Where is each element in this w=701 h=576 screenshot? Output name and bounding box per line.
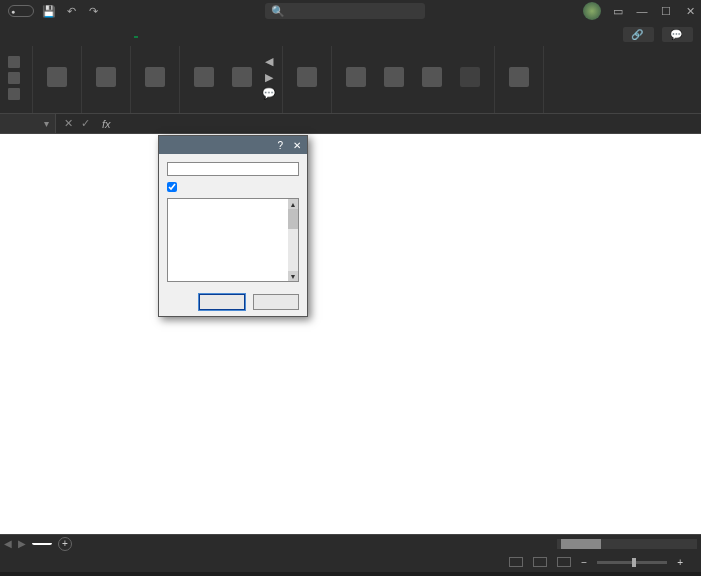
- group-protect: [332, 46, 495, 113]
- delete-comment-icon: [232, 67, 252, 87]
- next-comment-icon[interactable]: ▶: [262, 71, 276, 85]
- sheet-nav-prev-icon[interactable]: ◀: [4, 538, 12, 549]
- tab-review[interactable]: [134, 30, 138, 38]
- close-icon[interactable]: ✕: [683, 4, 697, 18]
- show-comments-icon[interactable]: 💬: [262, 87, 276, 101]
- cancel-button[interactable]: [253, 294, 299, 310]
- unshare-workbook-button[interactable]: [452, 65, 488, 91]
- tab-insert[interactable]: [44, 31, 48, 37]
- group-label-proofing[interactable]: [6, 107, 26, 111]
- tab-home[interactable]: [26, 31, 30, 37]
- translate-button[interactable]: [137, 65, 173, 91]
- title-bar: ● 💾 ↶ ↷ 🔍 ▭ — ☐ ✕: [0, 0, 701, 22]
- enter-formula-icon[interactable]: ✓: [81, 117, 90, 130]
- delete-comment-button[interactable]: [224, 65, 260, 91]
- spelling-button[interactable]: [6, 55, 26, 69]
- autosave-toggle[interactable]: ●: [4, 5, 34, 17]
- tab-page-layout[interactable]: [80, 31, 84, 37]
- protect-sheet-button[interactable]: [338, 65, 374, 91]
- tab-data[interactable]: [116, 31, 120, 37]
- avatar: [583, 2, 601, 20]
- ribbon: ◀ ▶ 💬: [0, 46, 701, 114]
- zoom-in-icon[interactable]: +: [677, 557, 683, 568]
- scroll-up-icon[interactable]: ▲: [288, 199, 298, 209]
- tab-help[interactable]: [170, 31, 174, 37]
- tab-file[interactable]: [8, 31, 12, 37]
- zoom-out-icon[interactable]: −: [581, 557, 587, 568]
- search-input[interactable]: [289, 6, 419, 17]
- menu-tabs: 🔗 💬: [0, 22, 701, 46]
- group-insights: [82, 46, 131, 113]
- redo-icon[interactable]: ↷: [86, 4, 100, 18]
- notes-button[interactable]: [289, 65, 325, 91]
- cancel-formula-icon[interactable]: ✕: [64, 117, 73, 130]
- sheet-nav-next-icon[interactable]: ▶: [18, 538, 26, 549]
- search-box[interactable]: 🔍: [265, 3, 425, 19]
- password-input[interactable]: [167, 162, 299, 176]
- edit-ranges-icon: [422, 67, 442, 87]
- view-layout-icon[interactable]: [533, 557, 547, 567]
- add-sheet-button[interactable]: +: [58, 537, 72, 551]
- group-ink: [495, 46, 544, 113]
- undo-icon[interactable]: ↶: [64, 4, 78, 18]
- ink-icon: [509, 67, 529, 87]
- permissions-list[interactable]: ▲ ▼: [167, 198, 299, 282]
- group-label-ink[interactable]: [501, 107, 537, 111]
- name-box[interactable]: ▾: [0, 114, 56, 133]
- formula-bar-row: ▾ ✕ ✓ fx: [0, 114, 701, 134]
- protect-sheet-icon: [346, 67, 366, 87]
- group-comments: ◀ ▶ 💬: [180, 46, 283, 113]
- new-comment-button[interactable]: [186, 65, 222, 91]
- protect-contents-check-input[interactable]: [167, 182, 177, 192]
- fx-icon[interactable]: fx: [98, 118, 115, 130]
- zoom-slider[interactable]: [597, 561, 667, 564]
- thesaurus-button[interactable]: [6, 71, 26, 85]
- group-label-protect[interactable]: [338, 107, 488, 111]
- maximize-icon[interactable]: ☐: [659, 4, 673, 18]
- group-label-insights[interactable]: [88, 107, 124, 111]
- scroll-thumb[interactable]: [561, 539, 601, 549]
- group-notes: [283, 46, 332, 113]
- thesaurus-icon: [8, 72, 20, 84]
- save-icon[interactable]: 💾: [42, 4, 56, 18]
- horizontal-scrollbar[interactable]: [557, 539, 697, 549]
- ribbon-options-icon[interactable]: ▭: [611, 4, 625, 18]
- sheet-tab[interactable]: [32, 543, 52, 545]
- protect-contents-checkbox[interactable]: [167, 182, 299, 192]
- new-comment-icon: [194, 67, 214, 87]
- notes-icon: [297, 67, 317, 87]
- group-label-language[interactable]: [137, 107, 173, 111]
- list-scrollbar[interactable]: ▲ ▼: [288, 199, 298, 281]
- group-label-comments[interactable]: [186, 107, 276, 111]
- unshare-icon: [460, 67, 480, 87]
- check-accessibility-button[interactable]: [39, 65, 75, 91]
- dialog-help-icon[interactable]: ?: [277, 140, 283, 151]
- allow-edit-ranges-button[interactable]: [414, 65, 450, 91]
- user-account[interactable]: [579, 2, 601, 20]
- tab-draw[interactable]: [62, 31, 66, 37]
- autosave-switch[interactable]: ●: [8, 5, 34, 17]
- ok-button[interactable]: [199, 294, 245, 310]
- workbook-stats-button[interactable]: [6, 87, 26, 101]
- tab-view[interactable]: [152, 31, 156, 37]
- hide-ink-button[interactable]: [501, 65, 537, 91]
- smart-lookup-button[interactable]: [88, 65, 124, 91]
- protect-workbook-icon: [384, 67, 404, 87]
- prev-comment-icon[interactable]: ◀: [262, 55, 276, 69]
- dialog-titlebar[interactable]: ? ✕: [159, 136, 307, 154]
- minimize-icon[interactable]: —: [635, 4, 649, 18]
- group-label-accessibility[interactable]: [39, 107, 75, 111]
- status-bar: − +: [0, 552, 701, 572]
- share-button[interactable]: 🔗: [623, 27, 654, 42]
- scroll-down-icon[interactable]: ▼: [288, 271, 298, 281]
- protect-workbook-button[interactable]: [376, 65, 412, 91]
- tab-formulas[interactable]: [98, 31, 102, 37]
- group-label-notes[interactable]: [289, 107, 325, 111]
- accessibility-icon: [47, 67, 67, 87]
- dialog-close-icon[interactable]: ✕: [293, 140, 301, 151]
- comments-button[interactable]: 💬: [662, 27, 693, 42]
- view-normal-icon[interactable]: [509, 557, 523, 567]
- scroll-thumb[interactable]: [288, 209, 298, 229]
- protect-sheet-dialog: ? ✕ ▲ ▼: [158, 135, 308, 317]
- view-pagebreak-icon[interactable]: [557, 557, 571, 567]
